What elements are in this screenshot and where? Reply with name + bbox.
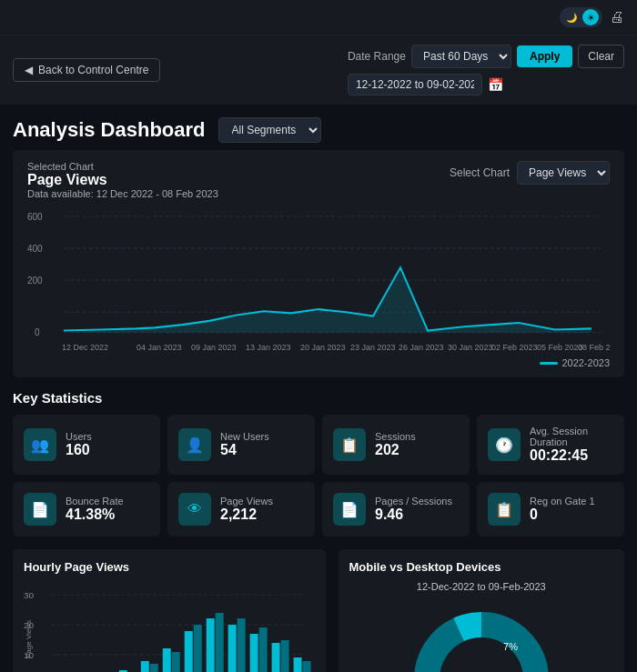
stat-info-sessions: Sessions 202 [375, 431, 416, 458]
stat-label-page-views: Page Views [220, 496, 273, 507]
stat-card-bounce-rate: 📄 Bounce Rate 41.38% [13, 482, 160, 537]
svg-text:23 Jan 2023: 23 Jan 2023 [350, 343, 396, 352]
stat-value-page-views: 2,212 [220, 507, 273, 523]
calendar-icon[interactable]: 📅 [488, 77, 503, 92]
stat-info-reg-gate: Reg on Gate 1 0 [530, 496, 595, 523]
date-range-row: Date Range Past 60 Days Apply Clear [348, 45, 624, 68]
donut-section: Mobile vs Desktop Devices 12-Dec-2022 to… [339, 549, 624, 672]
svg-rect-42 [185, 631, 193, 672]
svg-text:7%: 7% [503, 641, 518, 652]
donut-date: 12-Dec-2022 to 09-Feb-2023 [417, 581, 546, 592]
svg-text:200: 200 [27, 276, 43, 286]
chart-select-wrap: Select Chart Page Views [450, 161, 610, 185]
main-chart-svg: 600 400 200 0 12 Dec 2022 04 Jan 2023 09… [27, 206, 610, 352]
title-row: Analysis Dashboard All Segments [0, 105, 637, 150]
svg-text:Page Views: Page Views [25, 620, 33, 658]
legend-item-2022-2023: 2022-2023 [540, 357, 610, 368]
stat-label-pages-sessions: Pages / Sessions [375, 496, 452, 507]
moon-icon: 🌙 [563, 9, 580, 25]
svg-text:04 Jan 2023: 04 Jan 2023 [136, 343, 182, 352]
donut-chart-wrap: 12-Dec-2022 to 09-Feb-2023 7% 93% Mobile [349, 581, 613, 672]
stat-info-users: Users 160 [66, 431, 92, 458]
svg-text:30 Jan 2023: 30 Jan 2023 [448, 343, 493, 352]
stat-icon-sessions: 📋 [333, 428, 366, 461]
hourly-section: Hourly Page Views 30 20 10 0 Page Views [13, 549, 326, 672]
back-arrow-icon: ◀ [25, 64, 33, 76]
chart-name: Page Views [27, 172, 218, 188]
stat-icon-new-users: 👤 [178, 428, 211, 461]
bottom-charts: Hourly Page Views 30 20 10 0 Page Views [0, 549, 637, 672]
stat-label-avg-session: Avg. Session Duration [530, 426, 613, 447]
svg-rect-38 [141, 661, 149, 672]
svg-rect-48 [250, 634, 258, 672]
svg-text:02 Feb 2023: 02 Feb 2023 [491, 343, 538, 352]
svg-text:09 Jan 2023: 09 Jan 2023 [191, 343, 237, 352]
stat-card-page-views: 👁 Page Views 2,212 [167, 482, 315, 537]
svg-rect-41 [172, 652, 180, 672]
svg-rect-52 [294, 657, 302, 672]
stat-icon-pages-sessions: 📄 [333, 493, 366, 526]
date-input[interactable] [348, 74, 482, 95]
stat-icon-avg-session: 🕐 [488, 428, 521, 461]
main-chart-canvas: 600 400 200 0 12 Dec 2022 04 Jan 2023 09… [27, 206, 610, 352]
stat-value-reg-gate: 0 [530, 507, 595, 523]
apply-button[interactable]: Apply [517, 45, 572, 67]
stats-section: Key Statistics 👥 Users 160 👤 New Users 5… [0, 390, 637, 549]
stat-label-reg-gate: Reg on Gate 1 [530, 496, 595, 507]
chart-date: Data available: 12 Dec 2022 - 08 Feb 202… [27, 188, 218, 199]
stat-icon-reg-gate: 📋 [488, 493, 521, 526]
stat-value-sessions: 202 [375, 442, 416, 458]
stat-value-new-users: 54 [220, 442, 269, 458]
svg-rect-46 [228, 625, 237, 672]
svg-text:26 Jan 2023: 26 Jan 2023 [399, 343, 444, 352]
sun-icon[interactable]: ☀ [582, 9, 599, 25]
svg-rect-49 [259, 627, 268, 672]
svg-text:600: 600 [27, 212, 43, 222]
page-title: Analysis Dashboard [13, 118, 206, 142]
stat-card-pages-sessions: 📄 Pages / Sessions 9.46 [322, 482, 470, 537]
date-range-select[interactable]: Past 60 Days [411, 45, 511, 68]
svg-rect-39 [150, 664, 158, 672]
stat-value-bounce-rate: 41.38% [66, 507, 124, 523]
stats-grid: 👥 Users 160 👤 New Users 54 📋 Sessions 20… [13, 415, 624, 537]
stat-card-reg-gate: 📋 Reg on Gate 1 0 [477, 482, 624, 537]
stat-info-avg-session: Avg. Session Duration 00:22:45 [530, 426, 613, 464]
stat-icon-users: 👥 [24, 428, 56, 461]
stat-value-users: 160 [66, 442, 92, 458]
svg-rect-45 [216, 613, 224, 672]
stat-card-sessions: 📋 Sessions 202 [322, 415, 470, 475]
stat-icon-page-views: 👁 [178, 493, 211, 526]
back-button[interactable]: ◀ Back to Control Centre [13, 58, 160, 82]
top-bar-icons: 🌙 ☀ 🖨 [560, 7, 624, 27]
date-range-label: Date Range [348, 50, 406, 63]
svg-text:30: 30 [24, 590, 35, 600]
svg-text:05 Feb 2023: 05 Feb 2023 [537, 343, 583, 352]
svg-rect-44 [207, 618, 215, 672]
main-chart-section: Selected Chart Page Views Data available… [13, 150, 624, 377]
stat-label-bounce-rate: Bounce Rate [66, 496, 124, 507]
stat-label-users: Users [66, 431, 92, 442]
svg-text:12 Dec 2022: 12 Dec 2022 [62, 343, 108, 352]
stat-card-new-users: 👤 New Users 54 [167, 415, 315, 475]
chart-header: Selected Chart Page Views Data available… [27, 161, 610, 199]
donut-svg: 7% 93% [399, 597, 563, 672]
printer-icon[interactable]: 🖨 [610, 9, 624, 25]
theme-toggle[interactable]: 🌙 ☀ [560, 7, 602, 27]
stats-title: Key Statistics [13, 390, 624, 406]
stat-card-users: 👥 Users 160 [13, 415, 160, 475]
top-bar: 🌙 ☀ 🖨 [0, 0, 637, 35]
legend-color-primary [540, 362, 558, 365]
stat-info-new-users: New Users 54 [220, 431, 269, 458]
chart-legend: 2022-2023 [27, 357, 610, 368]
hourly-chart-svg: 30 20 10 0 Page Views [24, 581, 315, 672]
svg-rect-50 [272, 643, 280, 672]
stat-info-page-views: Page Views 2,212 [220, 496, 273, 523]
hourly-title: Hourly Page Views [24, 560, 315, 574]
segment-select[interactable]: All Segments [218, 117, 321, 143]
svg-text:400: 400 [27, 244, 43, 254]
svg-text:13 Jan 2023: 13 Jan 2023 [246, 343, 291, 352]
chart-type-select[interactable]: Page Views [517, 161, 610, 185]
stat-info-bounce-rate: Bounce Rate 41.38% [66, 496, 124, 523]
stat-label-sessions: Sessions [375, 431, 416, 442]
clear-button[interactable]: Clear [578, 45, 624, 68]
